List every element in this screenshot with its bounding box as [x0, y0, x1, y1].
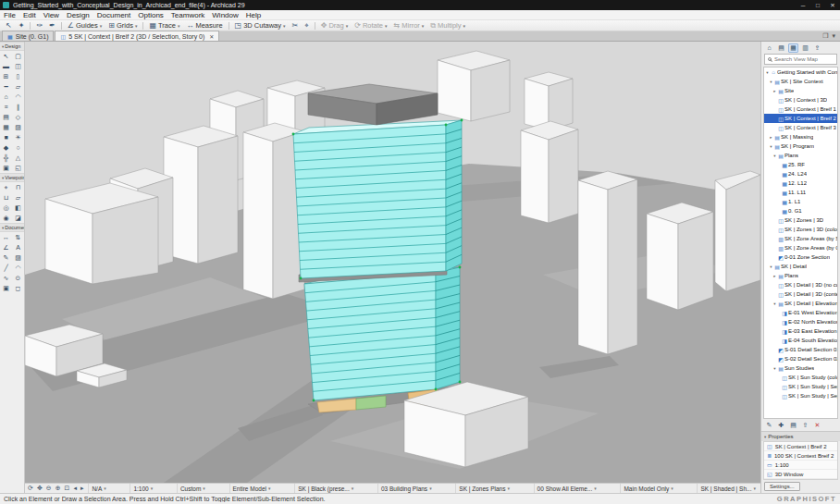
tree-item[interactable]: ◫SK | Detail | 3D (context) — [764, 289, 837, 299]
pick-up-parameters-button[interactable]: ✑ — [33, 20, 45, 31]
menu-options[interactable]: Options — [134, 11, 167, 19]
pen-set-field[interactable]: SK | Black (prese...▾ — [294, 484, 356, 494]
tool-zone[interactable]: ▦ — [0, 122, 12, 132]
marquee-select-button[interactable]: ✦ — [16, 20, 28, 31]
renovation-filter-field[interactable]: Main Model Only▾ — [620, 484, 675, 494]
3d-cutaway-button[interactable]: ◳3D Cutaway▾ — [232, 20, 289, 31]
trace-button[interactable]: ▦Trace▾ — [146, 20, 182, 31]
tool-section[interactable]: ⌖ — [0, 182, 12, 192]
tree-item[interactable]: ◫SK | Sun Study (colour) — [764, 373, 837, 382]
tree-item[interactable]: ▦25. RF — [764, 160, 837, 169]
tool-curtain-wall[interactable]: ▤ — [0, 112, 12, 122]
tool-marquee[interactable]: ▢ — [12, 51, 24, 61]
tab-close-icon[interactable]: ✕ — [209, 33, 214, 40]
tool-wall[interactable]: ▬ — [0, 61, 12, 71]
tree-item[interactable]: ◨E-01 West Elevation — [764, 308, 837, 317]
tool-railing[interactable]: ∥ — [12, 102, 24, 112]
layer-combination-field[interactable]: 03 Building Plans▾ — [377, 484, 435, 494]
tool-worksheet[interactable]: ▱ — [12, 192, 24, 203]
tree-item[interactable]: ▦0. G1 — [764, 206, 837, 215]
tree-item[interactable]: ◩S-02 Detail Section 02 — [764, 354, 837, 363]
tree-item[interactable]: ▾▤Plans — [764, 151, 837, 160]
3d-style-field[interactable]: SK | Shaded | Sh...▾ — [697, 484, 759, 494]
tool-dimension[interactable]: ↔ — [0, 232, 12, 242]
next-view-icon[interactable]: ▸ — [80, 485, 85, 492]
tree-item[interactable]: ◫SK | Sun Study | Sept 2... — [764, 382, 837, 391]
menu-window[interactable]: Window — [208, 11, 241, 19]
orbit-icon[interactable]: ⟳ — [27, 485, 34, 492]
tool-detail[interactable]: ◎ — [0, 203, 12, 213]
tree-item[interactable]: ◨E-02 North Elevation — [764, 317, 837, 326]
tab-overview-icon[interactable]: ▾ — [832, 32, 835, 40]
view-map-search-input[interactable] — [774, 56, 834, 62]
drag-button[interactable]: ✥Drag▾ — [318, 20, 351, 31]
tool-arrow[interactable]: ↖ — [0, 51, 12, 61]
tree-item[interactable]: ◨E-04 South Elevation — [764, 336, 837, 345]
tool-fill[interactable]: ▨ — [12, 252, 24, 263]
toolbox-section-document[interactable]: ▾Document — [0, 223, 24, 232]
delete-icon[interactable]: ✕ — [812, 421, 822, 430]
tool-opening[interactable]: ○ — [12, 142, 24, 153]
tool-interior-elevation[interactable]: ⊔ — [0, 192, 12, 203]
tree-item[interactable]: ▦24. L24 — [764, 169, 837, 178]
mirror-button[interactable]: ⇆Mirror▾ — [391, 20, 427, 31]
tool-slab[interactable]: ▱ — [12, 81, 24, 92]
pan-icon[interactable]: ✥ — [36, 485, 43, 492]
view-settings-icon[interactable]: ✎ — [764, 421, 774, 430]
tree-item[interactable]: ▾▤SK | Detail | Elevations — [764, 299, 837, 308]
tree-item[interactable]: ▸▤Plans — [764, 271, 837, 280]
tool-level-dimension[interactable]: ⇅ — [12, 232, 24, 242]
model-filter-field[interactable]: Entire Model▾ — [229, 484, 274, 494]
menu-view[interactable]: View — [40, 11, 63, 19]
tree-item[interactable]: ◫SK | Detail | 3D (no cont... — [764, 280, 837, 289]
canvas-3d-view[interactable] — [25, 42, 760, 483]
scale-field[interactable]: 1:100▾ — [130, 484, 155, 494]
tree-item[interactable]: ▥SK | Zone Areas (by Story) — [764, 234, 837, 243]
tree-item[interactable]: ◩0-01 Zone Section — [764, 252, 837, 262]
tool-figure[interactable]: ▣ — [0, 163, 12, 173]
dimension-style-field[interactable]: SK | Zones Plans▾ — [455, 484, 513, 494]
tree-item[interactable]: ▾▤Sun Studies — [764, 363, 837, 373]
tree-item[interactable]: ▾▤SK | Detail — [764, 262, 837, 271]
tool-beam[interactable]: ━ — [0, 81, 12, 92]
position-info-field[interactable]: N/A▾ — [88, 484, 108, 494]
project-map-icon[interactable]: ▤ — [776, 43, 786, 53]
tool-stair[interactable]: ≡ — [0, 102, 12, 112]
tool-hotspot[interactable]: ⊙ — [12, 273, 24, 283]
tool-mesh[interactable]: ▨ — [12, 122, 24, 132]
menu-edit[interactable]: Edit — [19, 11, 40, 19]
close-button[interactable]: ✕ — [825, 0, 840, 10]
inject-parameters-button[interactable]: ✒ — [46, 20, 58, 31]
tree-item[interactable]: ◫SK | Zones | 3D — [764, 215, 837, 225]
publisher-sets-icon[interactable]: ⇪ — [812, 43, 822, 53]
tool-object[interactable]: ■ — [0, 132, 12, 142]
multiply-button[interactable]: ⧉Multiply▾ — [427, 20, 468, 31]
zoom-out-icon[interactable]: ⊖ — [45, 485, 53, 492]
properties-header[interactable]: ▾ Properties — [761, 431, 840, 441]
minimize-button[interactable]: ─ — [796, 0, 810, 10]
tree-item[interactable]: ▥SK | Zone Areas (by Cate... — [764, 243, 837, 252]
tool-label[interactable]: ✎ — [0, 252, 12, 263]
layout-book-icon[interactable]: ▥ — [800, 43, 810, 53]
guides-button[interactable]: ∠Guides▾ — [65, 20, 105, 31]
tool-3d-document[interactable]: ◧ — [12, 203, 24, 213]
rotate-button[interactable]: ⟳Rotate▾ — [352, 20, 389, 31]
previous-view-icon[interactable]: ◂ — [72, 485, 78, 492]
tree-item[interactable]: ◫SK | Zones | 3D (colour) — [764, 225, 837, 234]
tool-lamp[interactable]: ☀ — [12, 132, 24, 142]
tool-angle-dimension[interactable]: ∠ — [0, 242, 12, 252]
tool-door[interactable]: ◫ — [12, 61, 24, 71]
tool-grid-element[interactable]: ╬ — [0, 153, 12, 163]
menu-document[interactable]: Document — [93, 11, 134, 19]
select-button[interactable]: ↖ — [3, 20, 15, 31]
marquee-cut-button[interactable]: ✂ — [290, 20, 302, 31]
tool-camera[interactable]: ◉ — [0, 213, 12, 223]
tool-roof[interactable]: ⌂ — [0, 92, 12, 102]
tool-drawing[interactable]: ◱ — [12, 163, 24, 173]
toolbox-section-viewpoint[interactable]: ▾Viewpoint — [0, 173, 24, 182]
tool-line[interactable]: ╱ — [0, 263, 12, 273]
tool-window[interactable]: ⊞ — [0, 71, 12, 81]
tool-text[interactable]: A — [12, 242, 24, 252]
tree-item[interactable]: ◫SK | Context | Breif 1 — [764, 104, 837, 114]
zoom-preset-field[interactable]: Custom▾ — [177, 484, 208, 494]
